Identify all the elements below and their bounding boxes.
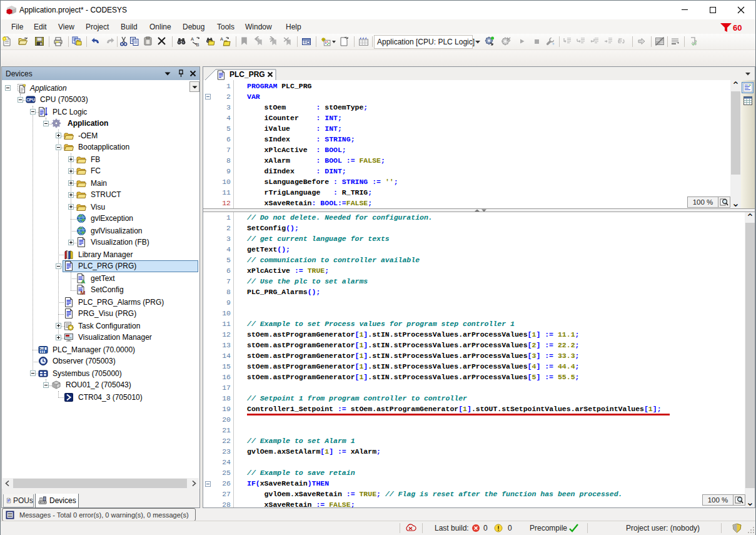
svg-text:A: A [220, 36, 223, 42]
